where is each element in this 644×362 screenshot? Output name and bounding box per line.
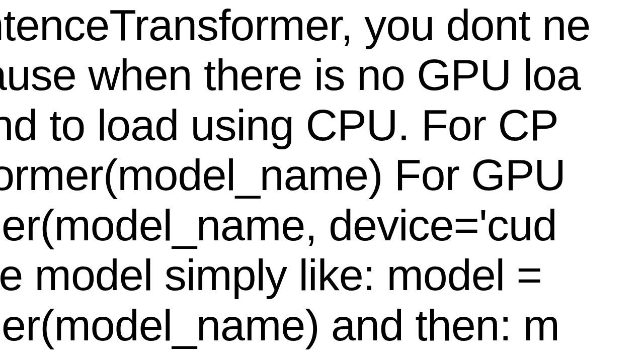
text-line-6: load the model simply like: model =	[0, 250, 644, 300]
document-text-fragment: ith SentenceTransformer, you dont ne U b…	[0, 0, 644, 350]
text-line-2: U because when there is no GPU loa	[0, 50, 644, 100]
text-line-3: derstand to load using CPU. For CP	[0, 100, 644, 150]
text-line-7: nsformer(model_name) and then: m	[0, 300, 644, 350]
text-line-4: Transformer(model_name) For GPU	[0, 150, 644, 200]
text-line-5: nsformer(model_name, device='cud	[0, 200, 644, 250]
text-line-1: ith SentenceTransformer, you dont ne	[0, 0, 644, 50]
